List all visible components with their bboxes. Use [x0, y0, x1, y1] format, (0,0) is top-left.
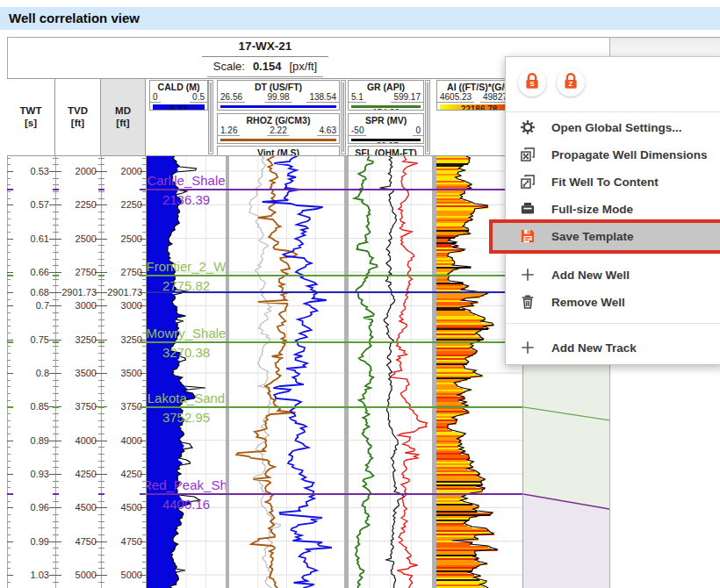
menu-item-add-new-well[interactable]: Add New Well [506, 262, 720, 289]
curve-header-spr-mv[interactable]: SPR (MV)-500-29.07 [348, 113, 424, 144]
ruler-tick [7, 171, 13, 172]
twt-value: 0.85 [9, 401, 49, 412]
twt-value: 0.61 [9, 233, 49, 244]
tvd-value: 4250 [58, 469, 97, 479]
md-value: 2750 [104, 267, 142, 277]
md-value: 3250 [104, 334, 142, 345]
ruler-tick [7, 507, 13, 508]
horizon-ruler-dash [140, 493, 146, 495]
datum-line[interactable] [147, 291, 522, 293]
ruler-tick [140, 239, 146, 240]
plus-icon [519, 339, 536, 356]
menu-item-remove-well[interactable]: Remove Well [506, 289, 720, 316]
menu-item-fit-well-to-content[interactable]: Fit Well To Content [506, 169, 720, 196]
md-value: 3000 [104, 300, 142, 311]
tvd-value: 2250 [58, 199, 97, 210]
twt-value: 0.57 [9, 199, 49, 210]
curve-header-gr-api[interactable]: GR (API)5.1599.17154.06 [348, 80, 424, 111]
gear-icon [519, 118, 536, 136]
md-value: 5000 [104, 570, 142, 580]
view-title-bar: Well correlation view [0, 7, 720, 30]
cald-track-plot[interactable] [147, 156, 226, 588]
well-name-underline [202, 56, 328, 57]
menu-item-label: Remove Well [551, 289, 625, 316]
horizon-ruler-dash [98, 493, 104, 495]
horizon-line-frontier-2-w[interactable] [147, 275, 522, 276]
horizon-line-lakota-sand[interactable] [147, 406, 522, 408]
curve-header-vint-m-s[interactable]: Vint (M.S) [217, 146, 340, 155]
lock-z-badge[interactable]: Z [557, 68, 585, 97]
ruler-header-tvd[interactable]: TVD[ft] [55, 79, 101, 155]
current-value-chip: 0.27 [153, 104, 205, 111]
twt-value: 0.89 [9, 435, 49, 446]
ruler-tick [140, 474, 146, 475]
horizon-ruler-dash [7, 406, 13, 408]
ruler-tick [140, 292, 146, 293]
ruler-tick [7, 204, 13, 205]
dt-rhoz-track-plot[interactable] [229, 156, 344, 588]
horizon-ruler-dash [140, 341, 146, 343]
horizon-line-mowry-shale[interactable] [147, 341, 522, 343]
horizon-ruler-dash [98, 341, 104, 343]
horizon-line-red-peak-sha[interactable] [147, 493, 522, 495]
ruler-header-twt[interactable]: TWT[s] [7, 79, 55, 155]
gr-spr-track-plot[interactable] [349, 156, 432, 588]
twt-value: 0.93 [9, 469, 49, 479]
fit-icon [519, 173, 536, 190]
ruler-tick [7, 575, 13, 576]
tvd-value: 2500 [58, 233, 97, 244]
ruler-tick [140, 373, 146, 374]
md-value: 3750 [104, 401, 142, 412]
menu-item-propagate-well-dimensions[interactable]: Propagate Well Dimensions [506, 141, 720, 169]
ruler-tick [140, 305, 146, 306]
well-correlation-view-window: Well correlation view 17-WX-21 Scale:0.1… [0, 0, 720, 588]
ruler-tick [140, 441, 146, 441]
ruler-tick [7, 239, 13, 240]
ruler-tick [7, 441, 13, 441]
ruler-tick [140, 171, 146, 172]
curve-scrollbar[interactable] [208, 80, 213, 154]
ruler-tick [7, 373, 13, 374]
horizon-line-carlile-shale[interactable] [147, 189, 522, 190]
lock-s-badge[interactable]: S [518, 68, 546, 97]
ruler-column-border [55, 156, 56, 588]
scale-label: Scale: [213, 60, 245, 73]
curve-header-rhoz-g-cm3[interactable]: RHOZ (G/CM3)1.262.224.63 [217, 113, 340, 144]
curve-color-line [220, 105, 336, 108]
ruler-tick [7, 541, 13, 542]
trash-icon [519, 293, 536, 311]
menu-item-add-new-track[interactable]: Add New Track [506, 334, 720, 362]
menu-item-label: Open Global Settings... [551, 114, 682, 141]
curve-header-sfl-ohm-ft[interactable]: SFL (OHM-FT) [348, 146, 424, 155]
ruler-tick [140, 541, 146, 542]
horizon-ruler-dash [53, 493, 59, 495]
ruler-tick [7, 272, 13, 273]
scale-unit: [px/ft] [289, 60, 317, 73]
curve-scrollbar[interactable] [425, 80, 430, 154]
save-template-annotation-box [489, 219, 720, 254]
curve-header-cald-m[interactable]: CALD (M)00.50.27 [149, 80, 208, 111]
menu-item-open-global-settings[interactable]: Open Global Settings... [506, 114, 720, 141]
md-value: 2500 [104, 233, 142, 244]
well-name[interactable]: 17-WX-21 [195, 39, 335, 53]
twt-value: 0.75 [9, 334, 49, 345]
ruler-tick [140, 507, 146, 508]
twt-value: 1.03 [9, 570, 49, 580]
twt-value: 0.8 [9, 368, 49, 378]
scale-value[interactable]: 0.154 [253, 60, 282, 73]
tvd-value: 2750 [58, 267, 97, 277]
ruler-header-md[interactable]: MD[ft] [101, 79, 146, 155]
md-value: 4750 [104, 536, 142, 547]
ruler-tick [140, 272, 146, 273]
fullsize-icon [519, 200, 536, 218]
curve-header-dt-us-ft[interactable]: DT (US/FT)26.5699.98138.54 [217, 80, 340, 111]
tvd-value: 2901.73 [58, 287, 97, 298]
tvd-value: 4500 [58, 502, 97, 513]
horizon-ruler-dash [53, 406, 59, 408]
curve-scrollbar[interactable] [341, 80, 346, 154]
twt-value: 0.7 [9, 300, 49, 311]
ruler-tick [7, 474, 13, 475]
well-context-menu: SZOpen Global Settings...Propagate Well … [505, 56, 720, 365]
curve-color-line [220, 139, 336, 141]
horizon-ruler-dash [140, 406, 146, 408]
